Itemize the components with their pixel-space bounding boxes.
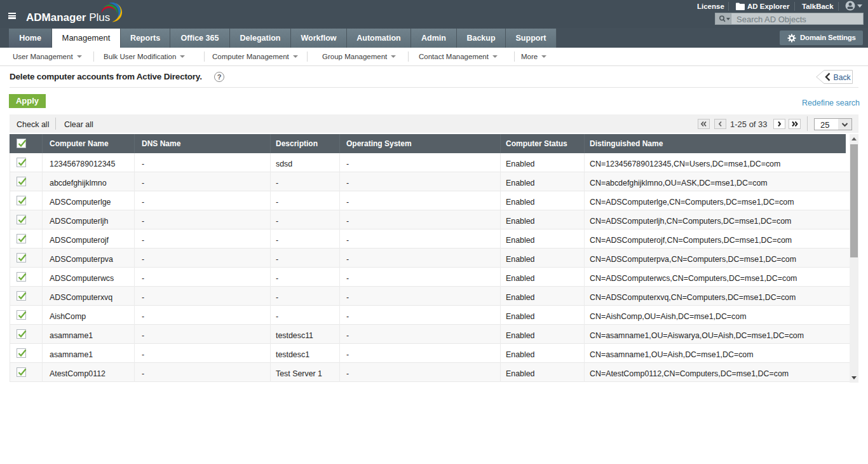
svg-text:Back: Back: [834, 73, 851, 82]
